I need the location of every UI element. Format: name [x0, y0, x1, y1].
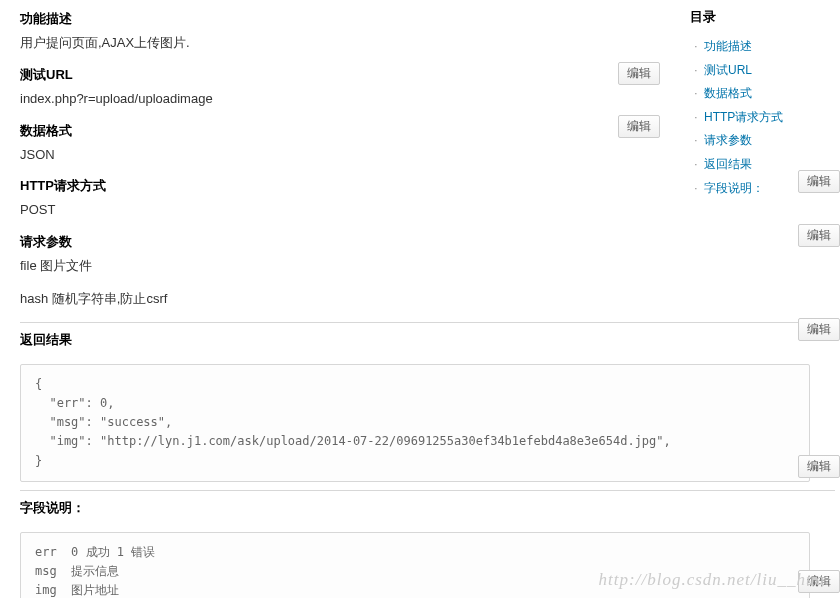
toc-link-func[interactable]: 功能描述 [704, 39, 752, 53]
section-title-method: HTTP请求方式 [20, 177, 660, 195]
section-title-format: 数据格式 [20, 122, 660, 140]
section-body-method: POST [20, 200, 660, 221]
section-body-params-1: file 图片文件 [20, 256, 660, 277]
edit-button[interactable]: 编辑 [798, 455, 840, 478]
toc-title: 目录 [690, 8, 820, 26]
edit-button[interactable]: 编辑 [618, 62, 660, 85]
divider [20, 490, 835, 491]
divider [20, 322, 835, 323]
toc-link-method[interactable]: HTTP请求方式 [704, 110, 783, 124]
toc-link-result[interactable]: 返回结果 [704, 157, 752, 171]
toc-link-params[interactable]: 请求参数 [704, 133, 752, 147]
toc-link-format[interactable]: 数据格式 [704, 86, 752, 100]
toc-link-url[interactable]: 测试URL [704, 63, 752, 77]
toc-link-fields[interactable]: 字段说明： [704, 181, 764, 195]
section-body-params-2: hash 随机字符串,防止csrf [20, 289, 660, 310]
watermark: http://blog.csdn.net/liu__hua [599, 570, 825, 590]
edit-button[interactable]: 编辑 [798, 170, 840, 193]
section-body-format: JSON [20, 145, 660, 166]
toc-item[interactable]: 数据格式 [690, 81, 820, 105]
edit-button[interactable]: 编辑 [618, 115, 660, 138]
edit-button[interactable]: 编辑 [798, 318, 840, 341]
section-title-fields: 字段说明： [20, 499, 660, 517]
edit-button[interactable]: 编辑 [798, 224, 840, 247]
toc-item[interactable]: 功能描述 [690, 34, 820, 58]
toc-item[interactable]: 测试URL [690, 58, 820, 82]
toc-item[interactable]: HTTP请求方式 [690, 105, 820, 129]
section-body-url: index.php?r=upload/uploadimage [20, 89, 660, 110]
section-title-url: 测试URL [20, 66, 660, 84]
section-body-func: 用户提问页面,AJAX上传图片. [20, 33, 660, 54]
section-title-result: 返回结果 [20, 331, 660, 349]
toc-item[interactable]: 请求参数 [690, 128, 820, 152]
section-title-params: 请求参数 [20, 233, 660, 251]
main-content: 功能描述 用户提问页面,AJAX上传图片. 测试URL index.php?r=… [20, 10, 660, 598]
section-title-func: 功能描述 [20, 10, 660, 28]
code-result: { "err": 0, "msg": "success", "img": "ht… [20, 364, 810, 482]
